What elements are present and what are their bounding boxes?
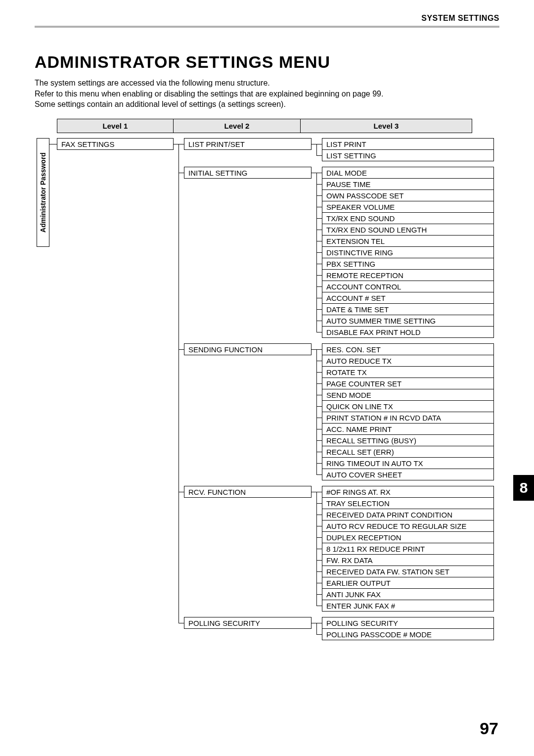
chapter-tab: 8 (513, 475, 534, 501)
level3-item: REMOTE RECEPTION (322, 269, 494, 281)
level3-item: PAUSE TIME (322, 178, 494, 190)
admin-password-box: Administrator Password (37, 138, 49, 247)
intro-text: The system settings are accessed via the… (35, 78, 499, 110)
level2-item: LIST PRINT/SET (184, 138, 312, 150)
level3-item: PAGE COUNTER SET (322, 378, 494, 389)
level2-item: RCV. FUNCTION (184, 486, 312, 498)
page-number: 97 (480, 719, 498, 738)
level3-item: POLLING PASSCODE # MODE (322, 628, 494, 640)
level-headers: Level 1 Level 2 Level 3 (57, 119, 499, 133)
level3-item: 8 1/2x11 RX REDUCE PRINT (322, 543, 494, 555)
level3-item: DIAL MODE (322, 167, 494, 179)
level3-item: AUTO RCV REDUCE TO REGULAR SIZE (322, 520, 494, 532)
level3-item: LIST PRINT (322, 138, 494, 150)
level2-item: INITIAL SETTING (184, 167, 312, 179)
level3-item: FW. RX DATA (322, 554, 494, 566)
level3-item: RING TIMEOUT IN AUTO TX (322, 457, 494, 469)
level3-item: LIST SETTING (322, 149, 494, 161)
admin-password-label: Administrator Password (39, 152, 47, 233)
header-rule (35, 26, 499, 28)
level3-item: AUTO SUMMER TIME SETTING (322, 315, 494, 327)
level3-item: EXTENSION TEL (322, 235, 494, 247)
level3-item: TX/RX END SOUND LENGTH (322, 224, 494, 236)
level3-item: DATE & TIME SET (322, 303, 494, 315)
level1-item: FAX SETTINGS (57, 138, 174, 150)
level3-item: ACC. NAME PRINT (322, 423, 494, 435)
intro-line: The system settings are accessed via the… (35, 78, 499, 89)
level3-item: ANTI JUNK FAX (322, 588, 494, 600)
level3-item: DUPLEX RECEPTION (322, 531, 494, 543)
level3-header: Level 3 (300, 119, 472, 133)
level3-item: RECEIVED DATA FW. STATION SET (322, 566, 494, 577)
level3-item: RECEIVED DATA PRINT CONDITION (322, 509, 494, 520)
level1-header: Level 1 (57, 119, 174, 133)
level3-item: TX/RX END SOUND (322, 212, 494, 224)
level3-item: AUTO COVER SHEET (322, 469, 494, 480)
section-header: SYSTEM SETTINGS (35, 14, 499, 26)
intro-line: Refer to this menu when enabling or disa… (35, 89, 499, 99)
level3-item: #OF RINGS AT. RX (322, 486, 494, 498)
level3-item: SEND MODE (322, 389, 494, 401)
level2-item: SENDING FUNCTION (184, 343, 312, 355)
level3-item: ENTER JUNK FAX # (322, 600, 494, 612)
level3-item: ROTATE TX (322, 366, 494, 378)
menu-tree: Administrator Password FAX SETTINGSLIST … (35, 138, 499, 651)
level3-item: SPEAKER VOLUME (322, 201, 494, 213)
intro-line: Some settings contain an additional leve… (35, 99, 499, 110)
page-title: ADMINISTRATOR SETTINGS MENU (35, 52, 499, 72)
level3-item: AUTO REDUCE TX (322, 355, 494, 367)
level3-item: OWN PASSCODE SET (322, 189, 494, 201)
level3-item: PBX SETTING (322, 258, 494, 270)
level3-item: EARLIER OUTPUT (322, 577, 494, 589)
level2-item: POLLING SECURITY (184, 617, 312, 629)
level3-item: ACCOUNT # SET (322, 292, 494, 304)
level3-item: DISABLE FAX PRINT HOLD (322, 326, 494, 338)
level3-item: PRINT STATION # IN RCVD DATA (322, 412, 494, 424)
level3-item: QUICK ON LINE TX (322, 400, 494, 412)
level2-header: Level 2 (173, 119, 301, 133)
level3-item: DISTINCTIVE RING (322, 246, 494, 258)
level3-item: RES. CON. SET (322, 343, 494, 355)
level3-item: TRAY SELECTION (322, 497, 494, 509)
level3-item: RECALL SETTING (BUSY) (322, 434, 494, 446)
level3-item: POLLING SECURITY (322, 617, 494, 629)
level3-item: ACCOUNT CONTROL (322, 281, 494, 292)
document-page: SYSTEM SETTINGS ADMINISTRATOR SETTINGS M… (0, 0, 534, 756)
level3-item: RECALL SET (ERR) (322, 446, 494, 458)
